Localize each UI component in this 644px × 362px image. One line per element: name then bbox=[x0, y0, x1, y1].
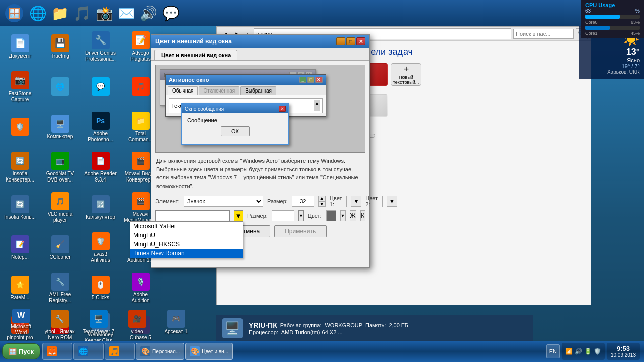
taskbar-ie[interactable]: 🌐 bbox=[73, 343, 104, 360]
tray-volume-icon[interactable]: 🔊 bbox=[575, 347, 583, 355]
language-button[interactable]: EN bbox=[546, 344, 560, 358]
icon-trueimage[interactable]: 💾 TrueImg bbox=[41, 28, 79, 65]
new-color-button[interactable]: + Новый текстовый... bbox=[391, 63, 421, 86]
clock-date: 10.09.2013 bbox=[611, 352, 636, 358]
mini-tab-disabled[interactable]: Отключённая bbox=[199, 86, 239, 95]
mini-tab-normal[interactable]: Обычная bbox=[168, 86, 198, 95]
font-input[interactable]: Times New Roman bbox=[155, 210, 230, 221]
msg-close-button[interactable]: ✕ bbox=[279, 106, 286, 112]
taskbar-volume-icon[interactable]: 🔊 bbox=[138, 3, 159, 24]
cpu-core0-label: Core0 bbox=[585, 20, 598, 25]
icon-insofia2[interactable]: 🔄 Insofia Конв... bbox=[1, 189, 39, 226]
font-size-input[interactable]: 8 bbox=[272, 210, 294, 221]
maximize-button[interactable]: □ bbox=[346, 37, 355, 45]
icon-ccleaner[interactable]: 🧹 CCleaner bbox=[41, 229, 79, 266]
element-row: Элемент: Значок Заголовок активного окна… bbox=[155, 195, 365, 207]
font-option-1[interactable]: Microsoft YaHei bbox=[130, 222, 243, 231]
icon-ytool[interactable]: 🔧 ytool - Ярмак bbox=[41, 307, 78, 338]
taskbar-mail-icon[interactable]: ✉️ bbox=[116, 3, 137, 24]
font-color-button[interactable] bbox=[326, 210, 336, 221]
dialog-titlebar: Цвет и внешний вид окна _ □ ✕ bbox=[151, 35, 369, 48]
close-button[interactable]: ✕ bbox=[356, 37, 365, 45]
element-select[interactable]: Значок Заголовок активного окна bbox=[184, 196, 263, 207]
taskbar-windows-btn[interactable]: 🪟 bbox=[2, 1, 26, 25]
icon-skype[interactable]: 💬 bbox=[82, 68, 119, 106]
taskbar: 🪟 Пуск 🦊 🌐 🎵 🎨 Персонал... 🎨 Цвет и вн..… bbox=[0, 341, 644, 362]
icon-drivergenius[interactable]: 🔧 Driver Genius Professiona... bbox=[82, 28, 119, 65]
icon-amlfree[interactable]: 🔧 AML Free Registry... bbox=[41, 269, 79, 307]
icon-browser[interactable]: 🌐 bbox=[41, 68, 79, 106]
icon-audioadobe2[interactable]: 🎙️ Adobe Audition bbox=[122, 269, 159, 307]
font-option-4-selected[interactable]: Times New Roman bbox=[130, 249, 243, 258]
taskbar-color-dialog-app[interactable]: 🎨 Цвет и вн... bbox=[185, 343, 233, 360]
icon-photoshop[interactable]: Ps Adobe Photosho... bbox=[82, 108, 119, 146]
minimize-button[interactable]: _ bbox=[336, 37, 345, 45]
icon-vlc[interactable]: 🎵 VLC media player bbox=[41, 189, 79, 226]
color2-button[interactable] bbox=[382, 196, 383, 207]
taskbar-explorer-icon[interactable]: 📁 bbox=[49, 3, 70, 24]
icon-calculator[interactable]: 🔢 Калькулятор bbox=[82, 189, 119, 226]
ie-icon: 🌐 bbox=[78, 346, 88, 356]
icon-kompyuter[interactable]: 🖥️ Компьютер bbox=[41, 108, 79, 146]
dialog-body: Неактивное окно _ □ ✕ Активное окно _ □ bbox=[151, 61, 369, 241]
font-dropdown-btn[interactable]: ▼ bbox=[234, 210, 243, 221]
start-icon: 🪟 bbox=[9, 348, 17, 355]
cpu-core1-label: Core1 bbox=[585, 31, 598, 36]
taskbar-media[interactable]: 🎵 bbox=[105, 343, 135, 360]
tray-security-icon[interactable]: 🛡️ bbox=[594, 347, 602, 355]
icon-msword[interactable]: W Microsoft Word bbox=[2, 307, 40, 338]
taskbar-ie-icon[interactable]: 🌐 bbox=[27, 3, 48, 24]
cpu-core1-val: 45% bbox=[631, 31, 640, 36]
cpu-bar-bg bbox=[585, 15, 640, 19]
size-down-button[interactable]: ▼ bbox=[318, 201, 326, 207]
active-titlebar: Активное окно _ □ ✕ bbox=[166, 75, 326, 85]
clock-time: 9:53 bbox=[617, 345, 630, 352]
taskbar-media-icon[interactable]: 🎵 bbox=[71, 3, 93, 24]
mini-tab-selected[interactable]: Выбранная bbox=[240, 86, 276, 95]
clock-area[interactable]: 9:53 10.09.2013 bbox=[607, 343, 640, 360]
icon-avast[interactable]: 🛡️ bbox=[1, 108, 39, 146]
text-scrollbar[interactable]: ▲ bbox=[314, 100, 320, 111]
icon-video[interactable]: 🎥 video bbox=[118, 307, 156, 338]
start-button[interactable]: 🪟 Пуск bbox=[2, 343, 40, 359]
tray-network-icon[interactable]: 📶 bbox=[565, 347, 573, 355]
icon-adobereader[interactable]: 📄 Adobe Reader 9.3.4 bbox=[82, 148, 119, 186]
size-up-button[interactable]: ▲ bbox=[318, 196, 326, 201]
icon-5clicks[interactable]: 🖱️ 5 Clicks bbox=[82, 269, 119, 307]
memory-value: 2,00 ГБ bbox=[389, 322, 408, 328]
font-option-2[interactable]: MingLiU bbox=[130, 231, 243, 240]
taskbar-camera-icon[interactable]: 📸 bbox=[94, 3, 115, 24]
icon-faststone[interactable]: 📷 FastStone Capture bbox=[1, 68, 39, 106]
icon-notepad[interactable]: 📝 Notep... bbox=[1, 229, 39, 266]
icon-goodnat[interactable]: 📺 GoodNat TV DVB-over... bbox=[41, 148, 79, 186]
font-option-3[interactable]: MingLiU_HKSCS bbox=[130, 240, 243, 249]
color2-dropdown[interactable]: ▼ bbox=[387, 196, 397, 207]
icon-dokument[interactable]: 📄 Документ bbox=[1, 28, 39, 65]
cpu-widget: CPU Usage 63% Core0 63% Core1 45% bbox=[581, 0, 644, 38]
italic-button[interactable]: К bbox=[360, 210, 365, 221]
icon-arsecat[interactable]: 🎮 Арсекат-1 bbox=[157, 307, 195, 338]
preview-area: Неактивное окно _ □ ✕ Активное окно _ □ bbox=[155, 65, 365, 153]
font-size-dropdown[interactable]: ▼ bbox=[298, 210, 304, 221]
msg-ok-button[interactable]: ОК bbox=[221, 126, 250, 136]
new-color-label: Новый текстовый... bbox=[391, 75, 421, 85]
color1-button[interactable] bbox=[346, 196, 347, 207]
icon-insofia[interactable]: 🔄 Insofia Конвертер... bbox=[1, 148, 39, 186]
dialog-apply-button[interactable]: Применить bbox=[274, 225, 327, 237]
color1-dropdown[interactable]: ▼ bbox=[351, 196, 361, 207]
taskbar-chat-icon[interactable]: 💬 bbox=[160, 3, 181, 24]
icon-avast2[interactable]: 🛡️ avast! Antivirus bbox=[82, 229, 119, 266]
tray-battery-icon[interactable]: 🔋 bbox=[584, 347, 592, 355]
size-input-top[interactable] bbox=[292, 196, 314, 207]
taskbar-apps: 🦊 🌐 🎵 🎨 Персонал... 🎨 Цвет и вн... bbox=[42, 343, 544, 360]
taskbar-personalization[interactable]: 🎨 Персонал... bbox=[136, 343, 184, 360]
msg-title: Окно сообщения bbox=[185, 106, 224, 112]
icon-teamviewer2[interactable]: 🖥️ TeamViewer 7 bbox=[79, 307, 117, 338]
media-icon: 🎵 bbox=[109, 346, 119, 356]
search-input[interactable] bbox=[513, 29, 574, 39]
icon-ratemypc[interactable]: ⭐ RateM... bbox=[1, 269, 39, 307]
tab-color-appearance[interactable]: Цвет и внешний вид окна bbox=[154, 50, 237, 60]
taskbar-firefox[interactable]: 🦊 bbox=[42, 343, 72, 360]
bold-button[interactable]: Ж bbox=[350, 210, 356, 221]
font-color-dropdown[interactable]: ▼ bbox=[340, 210, 346, 221]
